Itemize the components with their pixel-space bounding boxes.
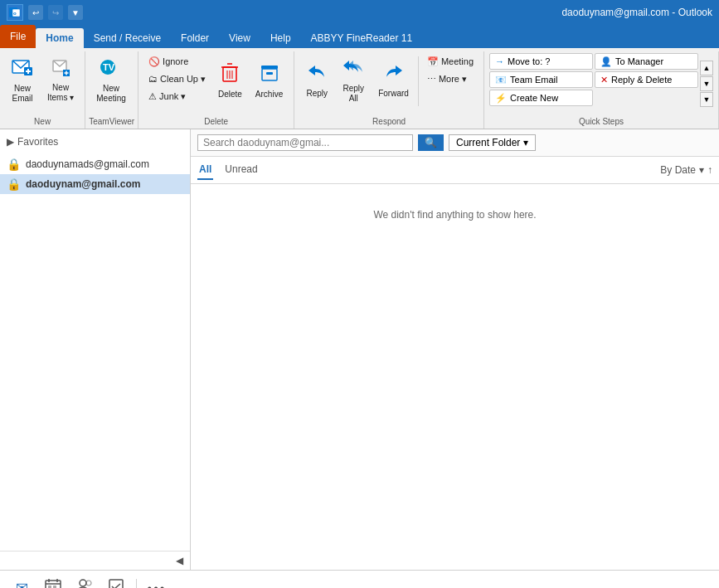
ribbon: NewEmail NewItems ▾ New (0, 48, 719, 129)
quick-step-team-email[interactable]: 📧 Team Email (489, 71, 593, 88)
delete-label: Delete (218, 90, 242, 100)
reply-button[interactable]: Reply (299, 53, 334, 108)
account-main-label: daoduynam@gmail.com (26, 178, 140, 190)
new-email-icon (11, 57, 34, 82)
svg-point-30 (86, 581, 91, 586)
reply-all-button[interactable]: ReplyAll (336, 53, 371, 108)
folder-dropdown[interactable]: Current Folder ▾ (449, 134, 536, 151)
delete-group-label: Delete (142, 114, 290, 129)
tab-file[interactable]: File (0, 25, 36, 48)
delete-button[interactable]: Delete (212, 53, 248, 108)
quick-step-move-to[interactable]: → Move to: ? (489, 53, 593, 70)
delete-icon (221, 61, 239, 88)
clean-up-button[interactable]: 🗂 Clean Up ▾ (143, 70, 211, 87)
account-icon-main: 🔒 (7, 177, 21, 191)
nav-calendar-button[interactable] (38, 574, 68, 589)
sidebar: ▶ Favorites 🔒 daoduynamads@gmail.com 🔒 d… (0, 129, 191, 570)
quick-steps-scroll-up[interactable]: ▲ (700, 61, 713, 75)
quick-steps-list-2: 👤 To Manager ✕ Reply & Delete (595, 53, 698, 114)
archive-button[interactable]: Archive (250, 53, 289, 108)
new-email-label: NewEmail (12, 84, 32, 104)
folder-dropdown-arrow: ▾ (523, 137, 528, 148)
outlook-app-icon: o (7, 4, 23, 21)
reply-delete-icon: ✕ (600, 75, 608, 85)
new-items-button[interactable]: NewItems ▾ (41, 53, 80, 108)
forward-button[interactable]: Forward (372, 53, 415, 108)
tab-abbyy[interactable]: ABBYY FineReader 11 (301, 28, 423, 48)
nav-people-button[interactable] (70, 574, 100, 589)
sidebar-collapse-button[interactable]: ◀ (176, 555, 183, 566)
favorites-header[interactable]: ▶ Favorites (7, 134, 183, 149)
quick-step-create-new[interactable]: ⚡ Create New (489, 90, 593, 106)
sidebar-spacer (0, 194, 190, 551)
nav-more-button[interactable]: ••• (142, 574, 172, 589)
tab-all[interactable]: All (197, 160, 213, 180)
title-bar-left: o ↩ ↪ ▼ (7, 4, 83, 21)
meeting-button[interactable]: 📅 Meeting (422, 53, 479, 70)
nav-people-icon (76, 578, 93, 588)
redo-button[interactable]: ↪ (48, 5, 63, 20)
clean-up-icon: 🗂 (148, 74, 158, 84)
more-button[interactable]: ⋯ More ▾ (422, 70, 479, 87)
search-button[interactable]: 🔍 (418, 134, 444, 151)
nav-mail-icon: ✉ (16, 579, 28, 589)
respond-divider (418, 56, 419, 106)
svg-point-29 (80, 580, 86, 586)
delete-col-left: 🚫 Ignore 🗂 Clean Up ▾ ⚠ Junk ▾ (143, 53, 211, 104)
account-main[interactable]: 🔒 daoduynam@gmail.com (0, 174, 190, 194)
nav-separator (136, 579, 137, 589)
forward-label: Forward (378, 89, 409, 99)
create-new-label: Create New (510, 93, 558, 103)
sort-area[interactable]: By Date ▾ ↑ (660, 164, 712, 176)
sort-direction-arrow: ↑ (707, 164, 712, 176)
meeting-icon: 📅 (427, 56, 439, 67)
tab-folder[interactable]: Folder (171, 28, 219, 48)
ignore-icon: 🚫 (148, 56, 160, 67)
junk-dropdown: ▾ (181, 91, 186, 102)
customize-qat-button[interactable]: ▼ (68, 5, 83, 20)
nav-more-icon: ••• (148, 581, 167, 589)
tab-view[interactable]: View (219, 28, 260, 48)
undo-button[interactable]: ↩ (28, 5, 43, 20)
quick-step-reply-delete[interactable]: ✕ Reply & Delete (595, 71, 698, 88)
quick-step-to-manager[interactable]: 👤 To Manager (595, 53, 698, 70)
quick-steps-expand[interactable]: ▼ (700, 92, 713, 107)
new-email-button[interactable]: NewEmail (5, 53, 40, 108)
clean-up-label: Clean Up (160, 74, 198, 84)
ignore-button[interactable]: 🚫 Ignore (143, 53, 211, 70)
respond-group-content: Reply ReplyAll Forward (298, 51, 480, 114)
clean-up-dropdown: ▾ (201, 74, 206, 85)
folder-label: Current Folder (456, 137, 520, 148)
new-meeting-icon: TV (100, 57, 123, 82)
quick-steps-scroll-down[interactable]: ▼ (700, 76, 713, 91)
favorites-section: ▶ Favorites (0, 129, 190, 154)
create-new-icon: ⚡ (495, 93, 507, 104)
main-content: 🔍 Current Folder ▾ All Unread By Date ▾ … (191, 129, 719, 570)
to-manager-label: To Manager (615, 56, 663, 66)
ribbon-group-teamviewer: TV NewMeeting TeamViewer (85, 51, 138, 129)
search-input[interactable] (203, 137, 407, 148)
tab-unread[interactable]: Unread (223, 160, 259, 180)
quick-steps-content: → Move to: ? 📧 Team Email ⚡ Create New 👤… (488, 51, 715, 114)
tab-send-receive[interactable]: Send / Receive (84, 28, 171, 48)
nav-tasks-icon (108, 578, 124, 588)
empty-message-text: We didn't find anything to show here. (373, 209, 536, 221)
junk-icon: ⚠ (148, 91, 157, 102)
quick-steps-list: → Move to: ? 📧 Team Email ⚡ Create New (489, 53, 593, 114)
delete-group-content: 🚫 Ignore 🗂 Clean Up ▾ ⚠ Junk ▾ (142, 51, 290, 114)
new-group-content: NewEmail NewItems ▾ (3, 51, 81, 114)
account-ads[interactable]: 🔒 daoduynamads@gmail.com (0, 154, 190, 174)
reply-icon (307, 62, 327, 87)
ribbon-group-respond: Reply ReplyAll Forward (294, 51, 484, 129)
junk-button[interactable]: ⚠ Junk ▾ (143, 88, 211, 104)
tab-home[interactable]: Home (36, 28, 83, 48)
app-body: ▶ Favorites 🔒 daoduynamads@gmail.com 🔒 d… (0, 129, 719, 570)
nav-mail-button[interactable]: ✉ (7, 574, 36, 589)
svg-text:TV: TV (103, 62, 115, 72)
reply-label: Reply (306, 89, 328, 99)
new-meeting-button[interactable]: TV NewMeeting (90, 53, 132, 108)
move-to-icon: → (495, 56, 504, 66)
new-items-label: NewItems ▾ (47, 83, 74, 103)
tab-help[interactable]: Help (260, 28, 301, 48)
nav-tasks-button[interactable] (101, 574, 131, 589)
